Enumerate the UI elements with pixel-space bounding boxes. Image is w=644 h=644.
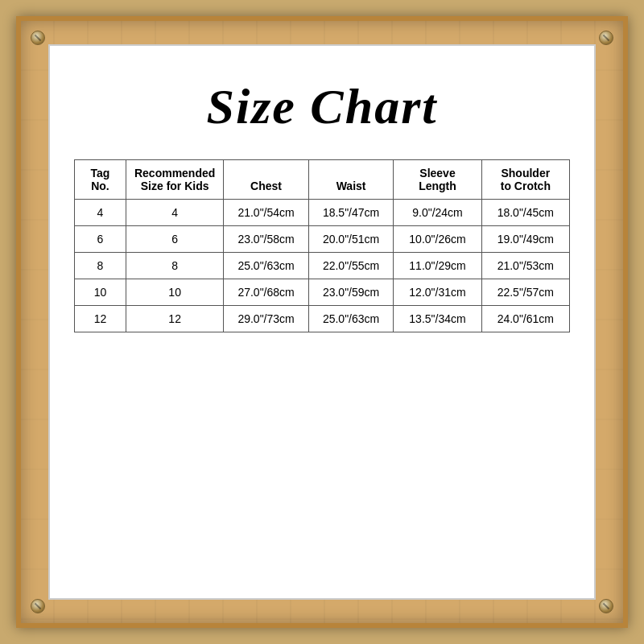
cell-chest: 23.0"/58cm [224,226,309,253]
cell-tag: 12 [75,306,126,332]
size-chart-table: Tag No. Recommended Size for Kids Chest … [74,159,570,332]
cell-tag: 8 [75,253,126,279]
cell-chest: 21.0"/54cm [224,200,309,226]
cell-waist: 23.0"/59cm [308,279,394,306]
cell-shoulder: 22.5"/57cm [481,279,569,306]
header-waist: Waist [308,160,394,200]
table-row: 12 12 29.0"/73cm 25.0"/63cm 13.5"/34cm 2… [75,306,570,332]
cell-rec: 10 [126,279,223,306]
cell-waist: 25.0"/63cm [308,306,394,332]
header-rec-size: Recommended Size for Kids [126,160,223,200]
cell-sleeve: 12.0"/31cm [394,279,481,306]
table-row: 8 8 25.0"/63cm 22.0"/55cm 11.0"/29cm 21.… [75,253,570,279]
screw-bottom-right [599,599,613,613]
content-area: Size Chart Tag No. Recommended Size for … [48,44,596,600]
screw-bottom-left [31,599,45,613]
page-title: Size Chart [206,78,437,135]
cell-tag: 4 [75,200,126,226]
header-sleeve: Sleeve Length [394,160,481,200]
cell-rec: 6 [126,226,223,253]
header-shoulder: Shoulder to Crotch [481,160,569,200]
cell-waist: 20.0"/51cm [308,226,394,253]
cell-chest: 29.0"/73cm [224,306,309,332]
cell-sleeve: 11.0"/29cm [394,253,481,279]
cell-shoulder: 18.0"/45cm [481,200,569,226]
cell-waist: 22.0"/55cm [308,253,394,279]
cell-sleeve: 9.0"/24cm [394,200,481,226]
cell-sleeve: 10.0"/26cm [394,226,481,253]
cell-tag: 10 [75,279,126,306]
cell-rec: 4 [126,200,223,226]
cell-rec: 12 [126,306,223,332]
cell-shoulder: 24.0"/61cm [481,306,569,332]
cell-waist: 18.5"/47cm [308,200,394,226]
header-chest: Chest [224,160,309,200]
cell-shoulder: 19.0"/49cm [481,226,569,253]
cell-shoulder: 21.0"/53cm [481,253,569,279]
cell-sleeve: 13.5"/34cm [394,306,481,332]
cell-chest: 27.0"/68cm [224,279,309,306]
table-row: 10 10 27.0"/68cm 23.0"/59cm 12.0"/31cm 2… [75,279,570,306]
cell-tag: 6 [75,226,126,253]
header-tag-no: Tag No. [75,160,126,200]
table-row: 6 6 23.0"/58cm 20.0"/51cm 10.0"/26cm 19.… [75,226,570,253]
cell-rec: 8 [126,253,223,279]
wood-frame: Size Chart Tag No. Recommended Size for … [16,16,628,628]
cell-chest: 25.0"/63cm [224,253,309,279]
screw-top-left [31,31,45,45]
table-row: 4 4 21.0"/54cm 18.5"/47cm 9.0"/24cm 18.0… [75,200,570,226]
screw-top-right [599,31,613,45]
